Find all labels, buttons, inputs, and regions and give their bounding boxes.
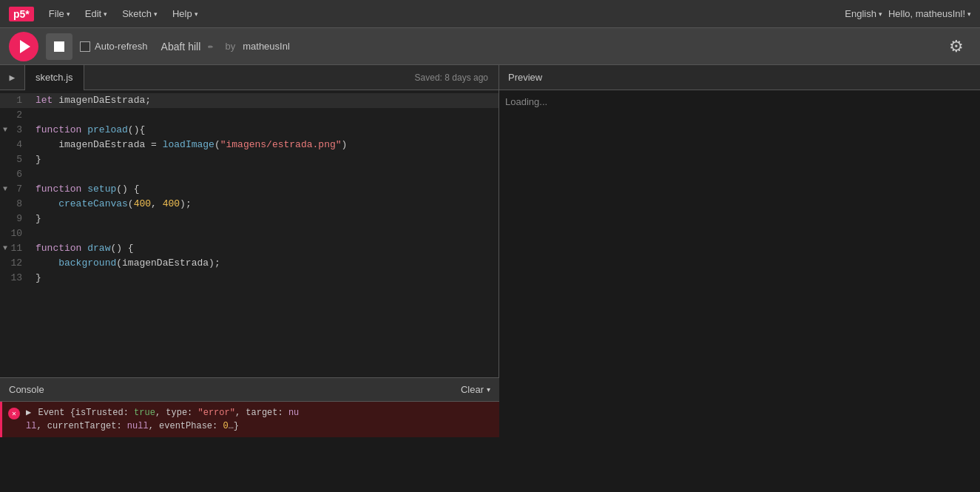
console-bar: Console Clear ▾ [0, 378, 499, 402]
code-line-3: ▼3 function preload(){ [0, 123, 499, 138]
console-error-text: ▶ Event {isTrusted: true, type: "error",… [26, 406, 493, 433]
menu-edit[interactable]: Edit ▾ [79, 5, 113, 22]
code-line-4: 4 imagenDaEstrada = loadImage("imagens/e… [0, 138, 499, 152]
console-panel: Console Clear ▾ ✕ ▶ Event {isTrusted: tr… [0, 377, 499, 492]
chevron-down-icon: ▾ [195, 10, 198, 18]
by-label: by [225, 41, 235, 52]
pencil-icon[interactable]: ✏ [208, 41, 213, 52]
settings-button[interactable]: ⚙ [942, 32, 971, 61]
topbar-right: English ▾ Hello, matheusInl! ▾ [845, 8, 971, 19]
loading-text: Loading... [505, 96, 547, 107]
chevron-down-icon: ▾ [67, 10, 70, 18]
code-line-9: 9 } [0, 212, 499, 226]
stop-button[interactable] [46, 33, 72, 60]
code-line-2: 2 [0, 108, 499, 123]
toolbar: Auto-refresh Abaft hill ✏ by matheusInl … [0, 28, 980, 65]
topbar: p5* File ▾ Edit ▾ Sketch ▾ Help ▾ Englis… [0, 0, 980, 28]
toolbar-right: ⚙ [942, 32, 971, 61]
preview-panel: Preview Loading... [499, 65, 980, 492]
topbar-left: p5* File ▾ Edit ▾ Sketch ▾ Help ▾ [9, 5, 204, 22]
file-tab-sketchjs[interactable]: sketch.js [25, 65, 84, 90]
error-icon: ✕ [8, 408, 20, 419]
code-line-13: 13 } [0, 271, 499, 286]
menu-help[interactable]: Help ▾ [166, 5, 204, 22]
code-line-6: 6 [0, 167, 499, 182]
play-button[interactable] [9, 32, 38, 61]
fold-arrow[interactable]: ▼ [3, 123, 7, 138]
auto-refresh-label: Auto-refresh [95, 41, 148, 52]
language-selector[interactable]: English ▾ [845, 8, 882, 19]
author-name: matheusInl [243, 41, 290, 52]
user-menu[interactable]: Hello, matheusInl! ▾ [888, 8, 971, 19]
console-output[interactable]: ✕ ▶ Event {isTrusted: true, type: "error… [0, 402, 499, 492]
code-line-11: ▼11 function draw() { [0, 241, 499, 256]
chevron-down-icon: ▾ [104, 10, 107, 18]
sketch-name: Abaft hill [161, 41, 201, 53]
preview-header: Preview [499, 65, 980, 90]
chevron-down-icon: ▾ [487, 385, 490, 394]
chevron-down-icon: ▾ [967, 10, 971, 18]
menu-file[interactable]: File ▾ [43, 5, 76, 22]
main-area: ▶ sketch.js Saved: 8 days ago 1 let imag… [0, 65, 980, 492]
chevron-down-icon: ▾ [879, 10, 882, 18]
code-line-10: 10 [0, 226, 499, 241]
code-line-7: ▼7 function setup() { [0, 182, 499, 197]
chevron-down-icon: ▾ [154, 10, 158, 18]
auto-refresh-area: Auto-refresh [80, 41, 148, 52]
saved-status: Saved: 8 days ago [415, 73, 499, 83]
code-line-1: 1 let imagenDaEstrada; [0, 93, 499, 108]
code-line-12: 12 background(imagenDaEstrada); [0, 256, 499, 271]
fold-arrow[interactable]: ▼ [3, 241, 7, 256]
play-icon [20, 40, 30, 53]
editor-panel: ▶ sketch.js Saved: 8 days ago 1 let imag… [0, 65, 499, 492]
console-error-entry: ✕ ▶ Event {isTrusted: true, type: "error… [0, 402, 499, 437]
console-label: Console [9, 384, 44, 395]
fold-arrow[interactable]: ▼ [3, 182, 7, 197]
collapse-button[interactable]: ▶ [0, 65, 25, 90]
file-tabs: ▶ sketch.js Saved: 8 days ago [0, 65, 499, 90]
code-line-5: 5 } [0, 152, 499, 167]
code-line-8: 8 createCanvas(400, 400); [0, 197, 499, 212]
menu-sketch[interactable]: Sketch ▾ [116, 5, 163, 22]
auto-refresh-checkbox[interactable] [80, 41, 90, 52]
stop-icon [54, 41, 64, 52]
preview-content: Loading... [499, 90, 980, 492]
clear-button[interactable]: Clear ▾ [461, 384, 490, 395]
p5-logo[interactable]: p5* [9, 7, 34, 21]
